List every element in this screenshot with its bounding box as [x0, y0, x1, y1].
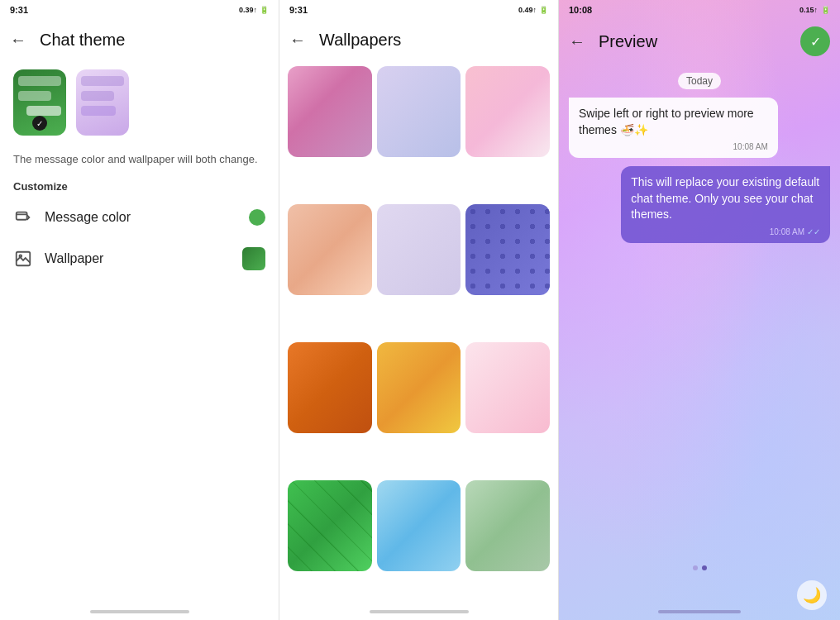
signal-icon-1: 0.39↑	[239, 6, 257, 14]
signal-icon-2: 0.49↑	[518, 6, 537, 14]
wallpaper-option-5[interactable]	[377, 204, 461, 295]
wallpaper-option-9[interactable]	[465, 342, 550, 433]
message-color-value	[249, 209, 265, 226]
wallpaper-icon	[13, 249, 33, 269]
wallpaper-label: Wallpaper	[45, 251, 231, 266]
preview-panel: 10:08 0.15↑ 🔋 ← Preview ✓ Today Swipe le…	[559, 0, 840, 620]
theme-option-green[interactable]: ✓	[13, 69, 66, 136]
received-message-bubble: Swipe left or right to preview more them…	[569, 98, 778, 158]
dark-mode-button[interactable]: 🌙	[797, 580, 827, 610]
read-receipt-icon: ✓✓	[807, 227, 820, 238]
wallpapers-panel: 9:31 0.49↑ 🔋 ← Wallpapers	[279, 0, 559, 620]
dots-pattern	[465, 204, 550, 295]
wallpaper-option-1[interactable]	[288, 66, 372, 157]
received-message-text: Swipe left or right to preview more them…	[579, 107, 754, 136]
page-title-3: Preview	[599, 32, 787, 51]
chat-theme-panel: 9:31 0.39↑ 🔋 ← Chat theme ✓ The message …	[0, 0, 279, 620]
message-color-item[interactable]: Message color	[0, 198, 279, 237]
moon-icon: 🌙	[803, 586, 821, 604]
sent-message-time: 10:08 AM ✓✓	[631, 227, 820, 238]
battery-icon-3: 🔋	[821, 6, 830, 14]
bottom-nav-indicator-2	[370, 610, 469, 613]
message-color-label: Message color	[45, 210, 237, 225]
status-icons-2: 0.49↑ 🔋	[518, 6, 548, 14]
battery-icon-2: 🔋	[539, 6, 548, 14]
top-bar-3: ← Preview ✓	[559, 20, 840, 63]
page-dots	[559, 559, 840, 574]
battery-icon-1: 🔋	[260, 6, 269, 14]
wallpaper-option-10[interactable]	[288, 480, 372, 571]
sent-message-text: This will replace your existing default …	[631, 175, 819, 221]
page-title-1: Chat theme	[40, 31, 125, 50]
thumb-bubble-5	[81, 91, 114, 101]
theme-option-purple[interactable]	[76, 69, 129, 136]
thumb-bubble-1	[18, 76, 61, 86]
sent-time-text: 10:08 AM	[770, 227, 804, 238]
thumb-bubble-4	[81, 76, 124, 86]
thumb-bubble-3	[26, 106, 61, 116]
chat-area: Today Swipe left or right to preview mor…	[559, 63, 840, 559]
theme-thumbnails: ✓	[0, 60, 279, 145]
message-color-icon	[13, 207, 33, 227]
back-button-1[interactable]: ←	[10, 31, 26, 50]
wallpaper-item[interactable]: Wallpaper	[0, 237, 279, 280]
dot-2	[702, 565, 707, 570]
thumb-bubble-2	[18, 91, 51, 101]
sent-message-bubble: This will replace your existing default …	[621, 166, 830, 243]
wallpaper-option-4[interactable]	[288, 204, 372, 295]
status-bar-2: 9:31 0.49↑ 🔋	[279, 0, 558, 20]
back-button-2[interactable]: ←	[289, 31, 306, 50]
page-title-2: Wallpapers	[319, 31, 401, 50]
status-time-2: 9:31	[289, 5, 308, 15]
selected-badge: ✓	[32, 116, 47, 131]
wallpaper-grid	[279, 60, 558, 620]
description-text: The message color and wallpaper will bot…	[0, 145, 279, 170]
bottom-nav-indicator-3	[658, 610, 741, 613]
check-icon: ✓	[810, 34, 821, 50]
top-bar-2: ← Wallpapers	[279, 20, 558, 60]
status-bar-1: 9:31 0.39↑ 🔋	[0, 0, 279, 20]
wallpaper-option-11[interactable]	[377, 480, 461, 571]
wallpaper-option-7[interactable]	[288, 342, 372, 433]
wallpaper-option-2[interactable]	[377, 66, 461, 157]
status-icons-3: 0.15↑ 🔋	[799, 6, 830, 14]
signal-icon-3: 0.15↑	[799, 6, 818, 14]
dot-1	[693, 565, 698, 570]
customize-label: Customize	[0, 170, 279, 198]
status-time-3: 10:08	[569, 5, 592, 15]
confirm-button[interactable]: ✓	[800, 26, 830, 56]
wallpaper-option-6[interactable]	[465, 204, 550, 295]
top-bar-1: ← Chat theme	[0, 20, 279, 60]
wallpaper-option-8[interactable]	[377, 342, 461, 433]
wallpaper-option-12[interactable]	[465, 480, 550, 571]
status-icons-1: 0.39↑ 🔋	[239, 6, 269, 14]
received-message-time: 10:08 AM	[579, 141, 768, 153]
status-bar-3: 10:08 0.15↑ 🔋	[559, 0, 840, 20]
bottom-nav-indicator-1	[90, 610, 189, 613]
svg-rect-0	[17, 212, 27, 220]
back-button-3[interactable]: ←	[569, 32, 585, 51]
date-badge: Today	[678, 73, 721, 89]
wallpaper-value	[242, 247, 265, 270]
status-time-1: 9:31	[10, 5, 28, 15]
leaf-veins	[288, 480, 372, 571]
wallpaper-option-3[interactable]	[465, 66, 550, 157]
thumb-bubble-6	[81, 106, 116, 116]
